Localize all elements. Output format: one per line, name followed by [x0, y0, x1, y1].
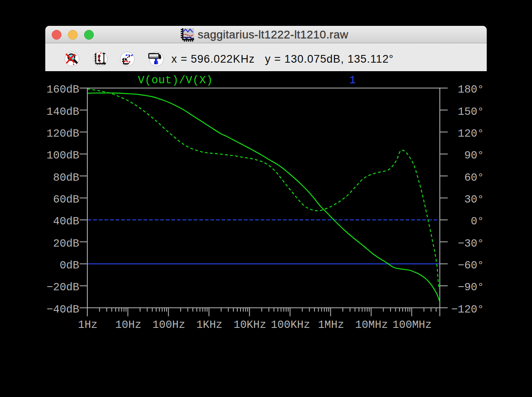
- svg-text:120°: 120°: [458, 128, 484, 140]
- svg-text:120dB: 120dB: [46, 128, 79, 140]
- svg-text:1KHz: 1KHz: [196, 319, 222, 331]
- svg-text:1MHz: 1MHz: [318, 319, 344, 331]
- svg-text:100dB: 100dB: [46, 150, 79, 162]
- svg-text:60°: 60°: [464, 172, 484, 184]
- svg-text:180°: 180°: [458, 84, 484, 96]
- svg-text:−40dB: −40dB: [46, 304, 79, 316]
- svg-text:100Hz: 100Hz: [152, 319, 185, 331]
- svg-text:100KHz: 100KHz: [271, 319, 310, 331]
- svg-text:1Hz: 1Hz: [78, 319, 98, 331]
- svg-text:−60°: −60°: [458, 260, 484, 272]
- svg-text:100MHz: 100MHz: [393, 319, 432, 331]
- svg-text:140dB: 140dB: [46, 106, 79, 118]
- svg-text:−20dB: −20dB: [46, 281, 79, 294]
- svg-text:10Hz: 10Hz: [115, 319, 141, 331]
- svg-text:60dB: 60dB: [53, 194, 79, 206]
- svg-text:−120°: −120°: [451, 304, 484, 316]
- svg-text:30°: 30°: [464, 194, 484, 206]
- svg-text:20dB: 20dB: [53, 238, 79, 250]
- svg-text:0°: 0°: [471, 215, 484, 228]
- svg-text:10KHz: 10KHz: [234, 319, 266, 331]
- svg-text:10MHz: 10MHz: [355, 319, 388, 331]
- svg-text:80dB: 80dB: [53, 172, 79, 184]
- svg-text:−30°: −30°: [458, 238, 484, 250]
- svg-text:V(out)/V(X): V(out)/V(X): [138, 74, 213, 87]
- svg-text:−90°: −90°: [458, 281, 484, 294]
- svg-text:160dB: 160dB: [46, 84, 79, 96]
- svg-text:0dB: 0dB: [59, 260, 79, 272]
- svg-text:40dB: 40dB: [53, 215, 79, 228]
- svg-text:1: 1: [349, 74, 356, 87]
- svg-text:90°: 90°: [464, 150, 484, 162]
- svg-text:150°: 150°: [458, 106, 484, 118]
